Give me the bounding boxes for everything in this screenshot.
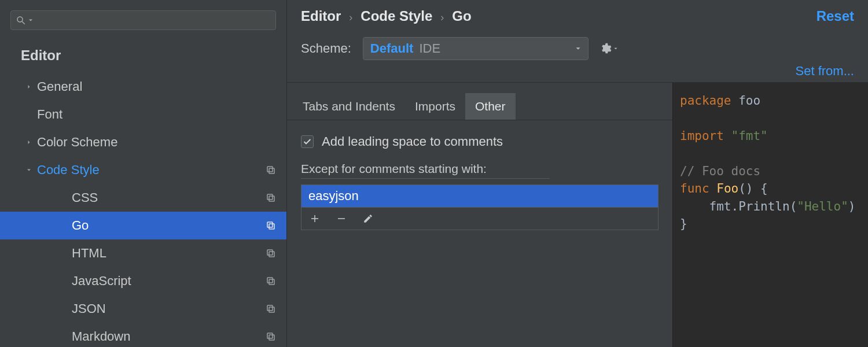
copy-icon <box>266 304 276 314</box>
breadcrumb-item: Code Style <box>361 8 432 24</box>
sidebar-item-html[interactable]: HTML <box>0 239 286 267</box>
sidebar-item-label: HTML <box>72 246 106 261</box>
sidebar-item-markdown[interactable]: Markdown <box>0 323 286 347</box>
svg-rect-8 <box>269 252 274 257</box>
sidebar-item-javascript[interactable]: JavaScript <box>0 267 286 295</box>
sidebar: Editor GeneralFontColor SchemeCode Style… <box>0 0 287 347</box>
chevron-right-icon <box>23 81 35 93</box>
gear-icon <box>599 42 612 55</box>
svg-rect-5 <box>267 194 273 200</box>
sidebar-item-label: JSON <box>72 301 106 316</box>
sidebar-item-label: JavaScript <box>72 274 131 289</box>
checkbox-icon <box>301 135 314 148</box>
chevron-right-icon <box>23 136 35 148</box>
scheme-scope: IDE <box>419 41 440 56</box>
svg-rect-14 <box>269 335 274 340</box>
sidebar-item-json[interactable]: JSON <box>0 295 286 323</box>
scheme-settings-button[interactable] <box>599 42 619 55</box>
search-row <box>0 0 286 35</box>
svg-rect-11 <box>267 278 273 283</box>
chevron-right-icon: › <box>349 12 352 23</box>
chevron-down-icon <box>23 164 35 176</box>
sidebar-item-label: Color Scheme <box>37 135 117 150</box>
add-button[interactable] <box>310 213 320 224</box>
settings-tree: Editor GeneralFontColor SchemeCode Style… <box>0 35 286 347</box>
search-input[interactable] <box>10 10 276 30</box>
main-panel: Editor›Code Style›Go Reset Scheme: Defau… <box>287 0 868 347</box>
checkbox-label: Add leading space to comments <box>322 134 503 149</box>
except-label: Except for comments starting with: <box>301 162 550 179</box>
sidebar-item-label: Markdown <box>72 329 130 344</box>
edit-button[interactable] <box>363 213 373 224</box>
sidebar-item-font[interactable]: Font <box>0 101 286 128</box>
scheme-select[interactable]: Default IDE <box>363 37 589 60</box>
sidebar-item-label: Go <box>72 218 89 233</box>
copy-icon <box>266 193 276 203</box>
breadcrumb-item: Editor <box>301 8 341 24</box>
svg-rect-15 <box>267 333 273 338</box>
chevron-down-icon <box>574 41 582 56</box>
svg-rect-4 <box>269 196 274 201</box>
copy-icon <box>266 220 276 231</box>
sidebar-item-color-scheme[interactable]: Color Scheme <box>0 128 286 156</box>
plus-icon <box>310 213 320 224</box>
exception-list: easyjson <box>301 184 659 230</box>
reset-link[interactable]: Reset <box>816 8 854 24</box>
breadcrumb: Editor›Code Style›Go Reset <box>287 0 868 29</box>
sidebar-item-label: Code Style <box>37 163 100 178</box>
svg-rect-12 <box>269 307 274 312</box>
search-icon <box>16 15 26 25</box>
svg-rect-6 <box>269 224 274 229</box>
chevron-down-icon <box>613 46 619 51</box>
list-item[interactable]: easyjson <box>301 185 658 207</box>
svg-point-0 <box>17 17 23 22</box>
options-pane: Tabs and IndentsImportsOther Add leading… <box>287 83 672 347</box>
tab-bar: Tabs and IndentsImportsOther <box>287 93 672 120</box>
remove-button[interactable] <box>336 213 347 224</box>
code-preview: package foo import "fmt" // Foo docs fun… <box>672 83 868 347</box>
copy-icon <box>266 248 276 259</box>
svg-rect-3 <box>267 167 273 172</box>
scheme-row: Scheme: Default IDE <box>287 29 868 64</box>
tab-tabs-and-indents[interactable]: Tabs and Indents <box>293 93 405 120</box>
tree-section-header: Editor <box>0 42 286 73</box>
svg-rect-2 <box>269 168 274 174</box>
list-toolbar <box>301 207 658 230</box>
svg-rect-13 <box>267 305 273 311</box>
sidebar-item-code-style[interactable]: Code Style <box>0 156 286 184</box>
scheme-value: Default <box>370 41 414 56</box>
svg-rect-7 <box>267 222 273 227</box>
sidebar-item-general[interactable]: General <box>0 73 286 101</box>
sidebar-item-css[interactable]: CSS <box>0 184 286 212</box>
pencil-icon <box>363 213 373 224</box>
sidebar-item-go[interactable]: Go <box>0 212 286 239</box>
sidebar-item-label: General <box>37 79 82 94</box>
svg-line-1 <box>22 21 25 24</box>
sidebar-item-label: Font <box>37 107 62 122</box>
breadcrumb-item: Go <box>452 8 471 24</box>
copy-icon <box>266 165 276 175</box>
copy-icon <box>266 331 276 342</box>
tab-imports[interactable]: Imports <box>405 93 465 120</box>
tab-other[interactable]: Other <box>465 93 516 120</box>
add-leading-space-checkbox[interactable]: Add leading space to comments <box>301 134 659 149</box>
svg-rect-9 <box>267 250 273 255</box>
chevron-right-icon: › <box>440 12 444 23</box>
chevron-down-icon <box>27 17 34 24</box>
copy-icon <box>266 276 276 286</box>
scheme-label: Scheme: <box>301 41 351 56</box>
svg-rect-10 <box>269 279 274 285</box>
set-from-link[interactable]: Set from... <box>796 64 854 79</box>
minus-icon <box>336 213 347 224</box>
sidebar-item-label: CSS <box>72 190 98 205</box>
